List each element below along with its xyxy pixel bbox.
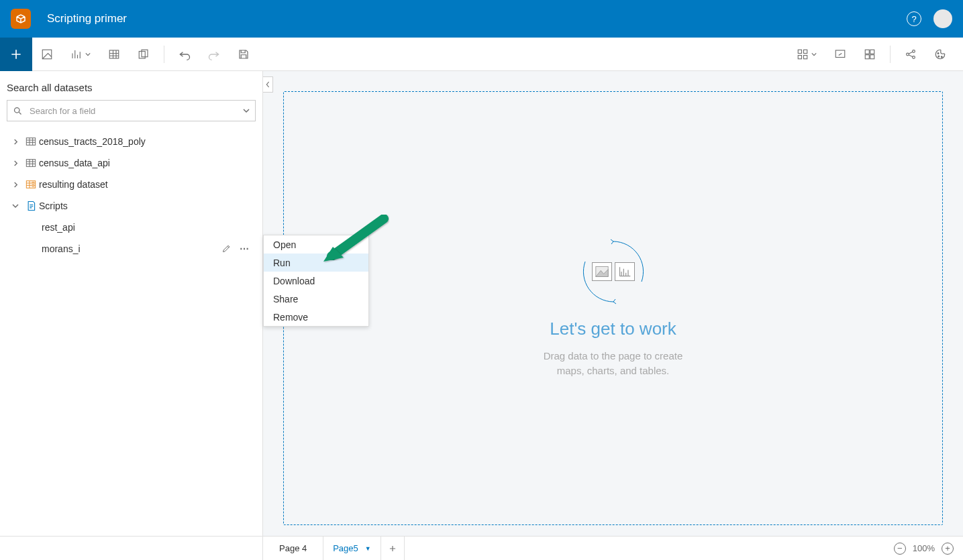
page-tab-label: Page 4 <box>279 543 307 553</box>
expand-icon[interactable] <box>8 182 23 188</box>
app-header: Scripting primer ? <box>0 0 963 38</box>
svg-rect-2 <box>139 51 145 58</box>
svg-rect-9 <box>865 50 869 54</box>
menu-item-run[interactable]: Run <box>264 254 368 272</box>
collapse-sidebar-button[interactable] <box>263 76 273 93</box>
map-tile-icon <box>592 262 612 281</box>
dataset-label: resulting dataset <box>39 179 108 190</box>
table-icon <box>23 158 39 168</box>
save-button[interactable] <box>229 38 258 71</box>
presentation-button[interactable] <box>825 38 855 71</box>
menu-item-open[interactable]: Open <box>264 235 368 254</box>
empty-state-sub1: Drag data to the page to create <box>544 349 683 364</box>
search-input[interactable] <box>7 100 256 121</box>
dataset-item-census-tracts[interactable]: census_tracts_2018_poly <box>7 131 256 152</box>
layout-button[interactable] <box>788 38 825 71</box>
zoom-in-button[interactable]: + <box>942 543 954 555</box>
chart-card-button[interactable] <box>62 38 99 71</box>
script-item-rest-api[interactable]: rest_api <box>7 217 256 238</box>
search-field-input[interactable] <box>28 105 243 117</box>
chevron-down-icon[interactable] <box>243 107 250 114</box>
share-button[interactable] <box>896 38 925 71</box>
svg-point-19 <box>15 107 20 113</box>
empty-state: Let's get to work Drag data to the page … <box>544 238 683 379</box>
app-title: Scripting primer <box>47 12 127 25</box>
dataset-label: census_tracts_2018_poly <box>39 136 146 147</box>
svg-rect-10 <box>870 50 874 54</box>
collapse-icon[interactable] <box>8 203 23 209</box>
svg-rect-1 <box>109 50 119 58</box>
svg-rect-21 <box>26 160 35 167</box>
empty-state-sub2: maps, charts, and tables. <box>544 363 683 379</box>
more-options-icon[interactable]: ⋯ <box>240 243 250 254</box>
dataset-item-census-api[interactable]: census_data_api <box>7 152 256 174</box>
app-logo <box>11 9 31 29</box>
empty-state-graphic <box>580 238 647 305</box>
page-tab-label: Page5 <box>333 543 358 553</box>
svg-point-16 <box>937 52 939 54</box>
sidebar-title: Search all datasets <box>7 82 256 93</box>
add-button[interactable] <box>0 38 32 71</box>
edit-icon[interactable] <box>221 243 232 254</box>
chart-tile-icon <box>615 262 635 281</box>
page-footer: Page 4 Page5 ▼ − 100% + <box>0 536 963 560</box>
svg-rect-11 <box>865 54 869 58</box>
script-item-morans-i[interactable]: morans_i ⋯ <box>7 238 256 260</box>
svg-rect-12 <box>870 54 874 58</box>
redo-button[interactable] <box>199 38 229 71</box>
keyboard-button[interactable] <box>855 38 884 71</box>
search-icon <box>13 106 23 116</box>
svg-rect-3 <box>142 50 148 57</box>
undo-button[interactable] <box>170 38 199 71</box>
zoom-level: 100% <box>913 543 935 553</box>
svg-rect-5 <box>804 50 807 53</box>
widget-button[interactable] <box>129 38 158 71</box>
chevron-down-icon <box>811 52 817 57</box>
menu-item-remove[interactable]: Remove <box>264 308 368 326</box>
table-card-button[interactable] <box>99 38 129 71</box>
map-card-button[interactable] <box>32 38 62 71</box>
script-label: rest_api <box>42 222 75 233</box>
dataset-label: Scripts <box>39 201 68 211</box>
svg-rect-6 <box>798 55 801 58</box>
script-label: morans_i <box>42 243 81 254</box>
zoom-out-button[interactable]: − <box>894 543 906 555</box>
page-dropzone[interactable]: Let's get to work Drag data to the page … <box>283 91 943 525</box>
chevron-down-icon[interactable]: ▼ <box>365 545 371 552</box>
page-tab-5[interactable]: Page5 ▼ <box>323 537 381 561</box>
script-context-menu: Open Run Download Share Remove <box>263 235 369 327</box>
expand-icon[interactable] <box>8 139 23 145</box>
dataset-tree: census_tracts_2018_poly census_data_api … <box>7 131 256 260</box>
menu-item-download[interactable]: Download <box>264 272 368 290</box>
svg-rect-20 <box>26 138 35 146</box>
footer-sidebar-spacer <box>0 537 263 561</box>
page-tab-4[interactable]: Page 4 <box>263 537 323 561</box>
help-icon[interactable]: ? <box>907 11 921 26</box>
expand-icon[interactable] <box>8 160 23 166</box>
data-sidebar: Search all datasets census_tracts_2018_p… <box>0 71 263 536</box>
dataset-item-scripts[interactable]: Scripts <box>7 195 256 217</box>
result-dataset-icon <box>23 180 39 189</box>
table-icon <box>23 137 39 146</box>
svg-rect-4 <box>798 50 801 53</box>
svg-point-18 <box>941 56 942 57</box>
chevron-down-icon <box>85 52 91 57</box>
add-page-button[interactable] <box>381 537 405 561</box>
svg-rect-7 <box>804 55 807 58</box>
toolbar-separator <box>164 46 164 63</box>
script-folder-icon <box>23 201 39 211</box>
dataset-label: census_data_api <box>39 158 110 168</box>
dataset-item-resulting[interactable]: resulting dataset <box>7 174 256 195</box>
menu-item-share[interactable]: Share <box>264 290 368 308</box>
toolbar-separator <box>890 46 891 63</box>
empty-state-heading: Let's get to work <box>544 319 683 339</box>
svg-rect-8 <box>835 50 845 58</box>
toolbar <box>0 38 963 71</box>
user-avatar[interactable] <box>933 9 952 28</box>
svg-point-17 <box>938 56 940 57</box>
theme-button[interactable] <box>925 38 955 71</box>
